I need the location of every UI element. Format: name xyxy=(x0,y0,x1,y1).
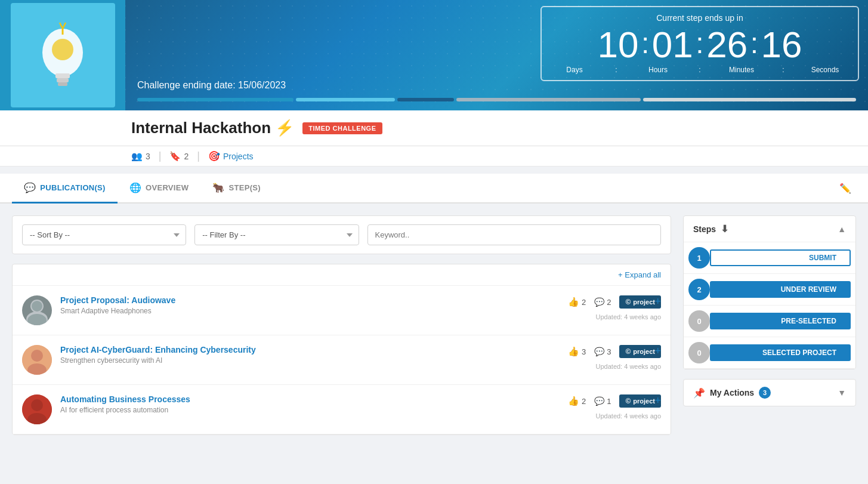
comment-icon-3: 💬 xyxy=(594,396,604,406)
step-number-1: 1 xyxy=(688,247,710,269)
tabs-bar: 💬 PUBLICATION(S) 🌐 OVERVIEW 🐂 STEP(S) ✏️ xyxy=(0,174,868,204)
challenge-logo xyxy=(0,0,125,110)
step-item-4: 0 SELECTED PROJECT xyxy=(684,337,855,369)
svg-rect-1 xyxy=(55,73,70,78)
avatar-img-1 xyxy=(22,295,52,325)
filter-bar: -- Sort By -- -- Filter By -- xyxy=(12,215,671,254)
step-number-3: 0 xyxy=(688,310,710,332)
publication-item-2: Project AI-CyberGuard: Enhancing Cyberse… xyxy=(13,335,671,385)
left-panel: -- Sort By -- -- Filter By -- + Expand a… xyxy=(12,215,671,435)
pub-content-2: Project AI-CyberGuard: Enhancing Cyberse… xyxy=(60,345,557,365)
countdown-sep-1: : xyxy=(641,29,649,60)
countdown-minutes: 26 xyxy=(706,26,748,63)
countdown-title: Current step ends up in xyxy=(554,13,846,23)
tab-overview[interactable]: 🌐 OVERVIEW xyxy=(118,174,201,204)
pub-likes-2: 👍 3 xyxy=(568,346,586,357)
pub-meta-top-1: 👍 2 💬 2 © project xyxy=(568,295,661,309)
progress-bar-5 xyxy=(643,98,856,101)
tab-overview-icon: 🌐 xyxy=(129,182,141,193)
target-icon: 🎯 xyxy=(208,150,220,162)
step-item-2: 2 UNDER REVIEW xyxy=(684,274,855,306)
actions-header[interactable]: 📌 My Actions 3 ▼ xyxy=(684,380,855,406)
pub-content-1: Project Proposal: Audiowave Smart Adapti… xyxy=(60,295,557,315)
filter-select[interactable]: -- Filter By -- xyxy=(194,224,359,245)
participants-icon: 👥 xyxy=(131,151,143,162)
countdown-hours: 01 xyxy=(651,26,693,63)
label-hours: Hours xyxy=(637,66,679,74)
label-minutes: Minutes xyxy=(721,66,762,74)
actions-chevron-icon: ▼ xyxy=(838,388,846,397)
pub-title-2[interactable]: Project AI-CyberGuard: Enhancing Cyberse… xyxy=(60,345,557,354)
step-label-3: PRE-SELECTED xyxy=(711,311,844,331)
add-icon-3[interactable]: + xyxy=(654,394,661,407)
svg-point-7 xyxy=(52,39,73,60)
pub-right-3: 👍 2 💬 1 © project Updated: 4 weeks ago xyxy=(566,394,661,420)
sort-select[interactable]: -- Sort By -- xyxy=(22,224,186,245)
step-number-2: 2 xyxy=(688,279,710,300)
label-sep-1: : xyxy=(595,66,637,74)
expand-all-button[interactable]: + Expand all xyxy=(618,270,661,279)
pub-title-1[interactable]: Project Proposal: Audiowave xyxy=(60,295,557,305)
step-label-4: SELECTED PROJECT xyxy=(711,343,844,363)
svg-point-16 xyxy=(31,399,43,411)
download-icon: ⬇ xyxy=(721,223,728,235)
keyword-input[interactable] xyxy=(367,224,662,245)
countdown-days: 10 xyxy=(597,26,639,63)
pub-comments-1: 💬 2 xyxy=(594,297,611,307)
avatar-img-3 xyxy=(22,394,52,424)
comment-icon-1: 💬 xyxy=(594,297,604,307)
tab-publications[interactable]: 💬 PUBLICATION(S) xyxy=(12,174,118,204)
label-seconds: Seconds xyxy=(804,66,846,74)
step-label-2: UNDER REVIEW xyxy=(711,279,844,300)
countdown-sep-2: : xyxy=(696,29,703,60)
countdown-labels: Days : Hours : Minutes : Seconds xyxy=(554,66,846,74)
svg-rect-3 xyxy=(58,82,67,86)
pub-updated-2: Updated: 4 weeks ago xyxy=(596,363,661,370)
countdown-numbers: 10 : 01 : 26 : 16 xyxy=(554,26,846,63)
progress-bar-4 xyxy=(456,98,641,101)
svg-rect-2 xyxy=(57,78,69,82)
steps-header[interactable]: Steps ⬇ ▲ xyxy=(684,216,855,242)
pub-subtitle-1: Smart Adaptive Headphones xyxy=(60,307,557,315)
pub-meta-top-2: 👍 3 💬 3 © project xyxy=(568,345,661,358)
progress-bar-3 xyxy=(397,98,454,101)
pub-meta-top-3: 👍 2 💬 1 © project xyxy=(568,394,661,408)
steps-panel: Steps ⬇ ▲ 1 SUBMIT 2 UNDER xyxy=(683,215,856,369)
challenge-title-text: Internal Hackathon xyxy=(131,119,271,137)
pub-title-3[interactable]: Automating Business Processes xyxy=(60,394,557,404)
tab-steps[interactable]: 🐂 STEP(S) xyxy=(200,174,273,204)
divider-2: | xyxy=(197,150,200,162)
comment-icon-2: 💬 xyxy=(594,347,604,356)
pub-right-1: 👍 2 💬 2 © project Updated: 4 weeks ago xyxy=(566,295,661,320)
badge-icon-2: © xyxy=(625,347,631,356)
projects-link[interactable]: 🎯 Projects xyxy=(208,150,254,162)
pub-likes-1: 👍 2 xyxy=(568,297,586,307)
challenge-date: Challenge ending date: 15/06/2023 xyxy=(137,80,856,91)
tab-publications-icon: 💬 xyxy=(24,182,36,193)
title-area: Internal Hackathon ⚡ TIMED CHALLENGE xyxy=(0,110,868,146)
countdown-seconds: 16 xyxy=(761,26,802,63)
actions-count-badge: 3 xyxy=(759,387,771,399)
pub-updated-3: Updated: 4 weeks ago xyxy=(596,412,661,420)
label-sep-2: : xyxy=(679,66,721,74)
progress-bar-1 xyxy=(137,98,294,101)
steps-chevron-icon: ▲ xyxy=(838,224,846,234)
step-bar-4: SELECTED PROJECT xyxy=(710,344,851,361)
expand-bar: + Expand all xyxy=(13,264,671,286)
svg-line-6 xyxy=(63,23,66,29)
label-days: Days xyxy=(554,66,595,74)
steps-title: Steps ⬇ xyxy=(693,223,728,235)
actions-panel: 📌 My Actions 3 ▼ xyxy=(683,379,856,406)
label-sep-3: : xyxy=(762,66,804,74)
step-number-4: 0 xyxy=(688,342,710,363)
svg-point-13 xyxy=(31,350,43,362)
edit-button[interactable]: ✏️ xyxy=(835,178,856,199)
step-item-3: 0 PRE-SELECTED xyxy=(684,306,855,337)
actions-title: 📌 My Actions 3 xyxy=(693,387,771,399)
step-bar-2: UNDER REVIEW xyxy=(710,281,851,298)
add-icon-2[interactable]: + xyxy=(654,345,661,357)
bulb-illustration-icon xyxy=(27,14,98,97)
add-icon-1[interactable]: + xyxy=(654,295,661,308)
avatar-1 xyxy=(22,295,52,325)
pub-comments-3: 💬 1 xyxy=(594,396,611,406)
